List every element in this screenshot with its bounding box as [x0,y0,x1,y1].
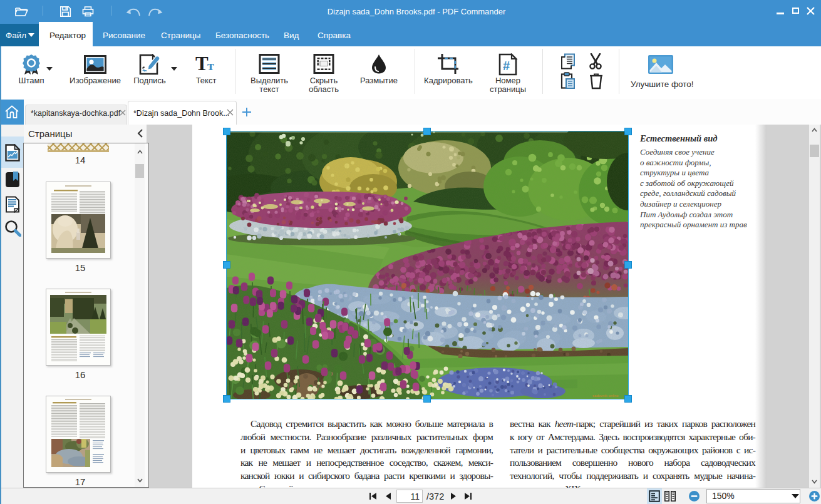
svg-text:т: т [207,58,214,73]
svg-text:#: # [503,59,510,73]
svg-text:T: T [195,55,209,74]
